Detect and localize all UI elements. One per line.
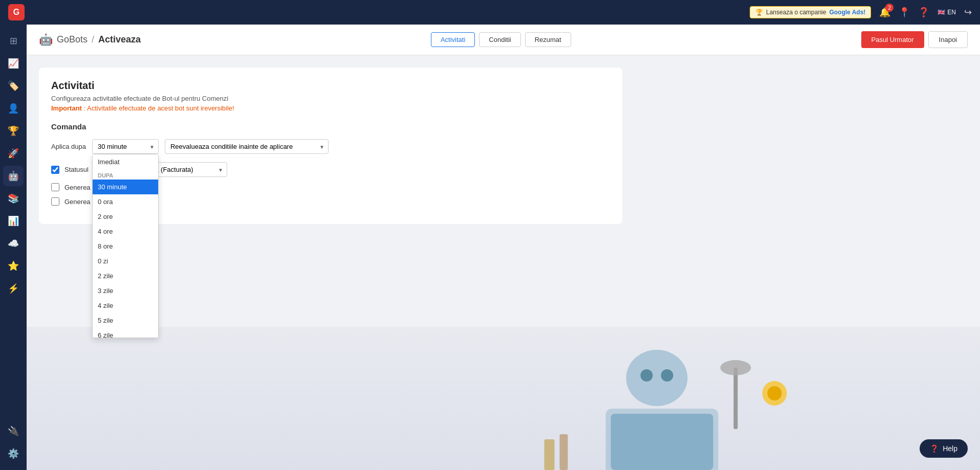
sidebar-item-launch[interactable]: 🚀 (3, 143, 24, 164)
checkbox-generea-2-label[interactable]: Generea (64, 198, 91, 206)
dropdown-item-3zile[interactable]: 3 zile (93, 283, 158, 298)
dropdown-item-2ore[interactable]: 2 ore (93, 209, 158, 224)
aplica-select[interactable]: 30 minute (92, 139, 159, 154)
header-actions: Pasul Urmator Inapoi (861, 31, 968, 48)
aplica-dropdown-menu[interactable]: Imediat Dupa 30 minute 0 ora 2 ore 4 ore… (92, 154, 159, 338)
checkbox-label-text: Statusul (64, 166, 89, 173)
dropdown-item-imediat[interactable]: Imediat (93, 154, 158, 169)
sidebar-item-home[interactable]: ⊞ (3, 31, 24, 51)
promo-banner[interactable]: 🏆 Lanseaza o campanie Google Ads! (750, 6, 871, 18)
sidebar-item-library[interactable]: 📚 (3, 188, 24, 209)
tab-conditii[interactable]: Conditii (479, 32, 520, 47)
sidebar-item-settings[interactable]: ⚙️ (3, 443, 24, 464)
sidebar-item-cloud[interactable]: ☁️ (3, 233, 24, 254)
svg-point-3 (641, 369, 653, 382)
dropdown-item-8ore[interactable]: 8 ore (93, 239, 158, 254)
sidebar-item-achievements[interactable]: 🏆 (3, 121, 24, 141)
next-button[interactable]: Pasul Urmator (861, 31, 924, 48)
promo-icon: 🏆 (755, 9, 763, 16)
sidebar-item-favorites[interactable]: ⭐ (3, 256, 24, 276)
sidebar-item-reports[interactable]: 📊 (3, 211, 24, 231)
dropdown-item-0zi[interactable]: 0 zi (93, 254, 158, 268)
breadcrumb: 🤖 GoBots / Activeaza (39, 33, 141, 47)
checkbox-generea-1-text: Generea (64, 184, 91, 191)
help-icon[interactable]: ❓ (918, 7, 929, 18)
aplica-label: Aplica dupa (51, 143, 86, 150)
page-warning: Important : Activitatile efectuate de ac… (51, 104, 610, 112)
notification-badge: 2 (885, 4, 894, 12)
checkbox-generea-2[interactable] (51, 197, 59, 206)
svg-rect-9 (545, 439, 555, 470)
page-title: Activitati (51, 80, 610, 92)
promo-bold: Google Ads! (829, 9, 865, 16)
sidebar-item-flash[interactable]: ⚡ (3, 278, 24, 299)
svg-point-6 (721, 360, 751, 375)
svg-rect-5 (734, 368, 738, 429)
svg-point-4 (661, 369, 673, 382)
location-icon[interactable]: 📍 (899, 7, 910, 18)
sidebar-item-users[interactable]: 👤 (3, 98, 24, 119)
aplica-row: Aplica dupa 30 minute ▼ Imediat Dupa 30 … (51, 139, 610, 154)
bot-icon: 🤖 (39, 33, 53, 47)
comanda-section: Comanda Aplica dupa 30 minute ▼ Imediat … (51, 122, 610, 206)
checkbox-status[interactable] (51, 166, 59, 174)
flag-icon: 🇬🇧 (938, 9, 945, 16)
comanda-title: Comanda (51, 122, 610, 131)
aplica-select-wrapper: 30 minute ▼ Imediat Dupa 30 minute 0 ora… (92, 139, 159, 154)
sidebar-item-tags[interactable]: 🏷️ (3, 76, 24, 96)
tab-rezumat[interactable]: Rezumat (525, 32, 571, 47)
reevalueaza-select-wrapper: Reevalueaza conditiile inainte de aplica… (165, 139, 329, 154)
checkbox-generea-1[interactable] (51, 183, 59, 191)
sub-header: 🤖 GoBots / Activeaza Activitati Conditii… (27, 25, 980, 55)
logo[interactable]: G (8, 4, 25, 20)
dropdown-group-dupa: Dupa (93, 169, 158, 180)
reevalueaza-select[interactable]: Reevalueaza conditiile inainte de aplica… (165, 139, 329, 154)
tab-group: Activitati Conditii Rezumat (431, 32, 571, 47)
logout-icon[interactable]: ↪ (964, 7, 972, 18)
lang-label: EN (947, 9, 956, 16)
nav-left: G (8, 4, 25, 20)
promo-text: Lanseaza o campanie (766, 9, 826, 16)
dropdown-item-4ore[interactable]: 4 ore (93, 224, 158, 239)
dropdown-item-6zile[interactable]: 6 zile (93, 328, 158, 338)
breadcrumb-separator: / (92, 34, 94, 45)
svg-rect-1 (611, 414, 713, 470)
dropdown-item-0ora[interactable]: 0 ora (93, 194, 158, 209)
top-navbar: G 🏆 Lanseaza o campanie Google Ads! 🔔 2 … (0, 0, 980, 25)
breadcrumb-current: Activeaza (98, 34, 141, 45)
help-question-icon: ❓ (930, 444, 939, 453)
back-button[interactable]: Inapoi (928, 31, 968, 48)
tab-activitati[interactable]: Activitati (431, 32, 475, 47)
sidebar-item-analytics[interactable]: 📈 (3, 53, 24, 74)
language-selector[interactable]: 🇬🇧 EN (938, 9, 956, 16)
notifications-icon[interactable]: 🔔 2 (879, 7, 890, 18)
svg-rect-10 (560, 434, 568, 470)
help-button[interactable]: ❓ Help (920, 439, 968, 458)
dropdown-item-5zile[interactable]: 5 zile (93, 313, 158, 328)
sidebar-item-integrations[interactable]: 🔌 (3, 421, 24, 441)
content-card: Activitati Configureaza activitatile efe… (39, 68, 622, 224)
help-label: Help (943, 444, 957, 453)
illustration-svg (27, 327, 980, 470)
dropdown-item-2zile[interactable]: 2 zile (93, 268, 158, 283)
checkbox-generea-2-text: Generea (64, 198, 91, 206)
sidebar-item-bots[interactable]: 🤖 (3, 166, 24, 186)
svg-point-8 (768, 386, 782, 400)
page-description: Configureaza activitatile efectuate de B… (51, 95, 610, 102)
dropdown-item-4zile[interactable]: 4 zile (93, 298, 158, 313)
checkbox-generea-1-label[interactable]: Generea (64, 184, 91, 191)
dropdown-item-30min[interactable]: 30 minute (93, 180, 158, 194)
warning-text: : Activitatile efectuate de acest bot su… (84, 104, 234, 112)
warning-label: Important (51, 104, 82, 112)
selected-value: 30 minute (98, 143, 127, 150)
breadcrumb-parent: GoBots (57, 34, 88, 45)
sidebar: ⊞ 📈 🏷️ 👤 🏆 🚀 🤖 📚 📊 ☁️ ⭐ ⚡ 🔌 ⚙️ (0, 25, 27, 470)
svg-point-2 (626, 350, 688, 406)
nav-right: 🏆 Lanseaza o campanie Google Ads! 🔔 2 📍 … (750, 6, 972, 18)
illustration-area (27, 327, 980, 470)
